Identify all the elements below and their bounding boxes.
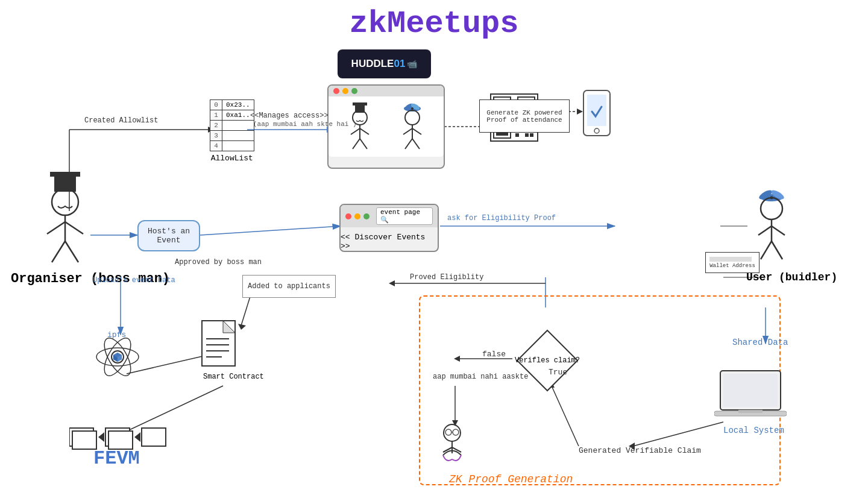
allowlist: 00x23.. 10xa1.. 2 3 4 AllowList xyxy=(210,99,254,163)
organiser-figure xyxy=(29,169,101,280)
approved-label: Approved by boss man xyxy=(175,258,262,266)
svg-line-91 xyxy=(772,226,785,235)
verifies-claim-diamond: Verifles claim? xyxy=(514,327,580,394)
created-allowlist-label: Created Allowlist xyxy=(84,116,158,125)
meditate-figure xyxy=(434,422,470,473)
user-avatar-huddle xyxy=(394,99,430,154)
local-system-icon xyxy=(714,368,787,425)
manages-access-sub: (aap mumbai aah skte hai ) xyxy=(253,121,357,128)
smart-contract-label: Smart Contract xyxy=(203,373,264,381)
svg-marker-16 xyxy=(389,280,395,286)
svg-line-81 xyxy=(65,222,83,234)
svg-point-47 xyxy=(411,107,414,110)
svg-marker-112 xyxy=(134,432,140,442)
svg-rect-36 xyxy=(353,102,367,106)
svg-rect-72 xyxy=(530,133,533,137)
svg-line-43 xyxy=(360,139,367,149)
svg-line-90 xyxy=(758,226,772,235)
user-label: User (buidler) xyxy=(746,271,837,283)
verifiable-claim-label: Generated Verifiable Claim xyxy=(579,446,701,455)
svg-line-41 xyxy=(360,128,369,134)
svg-rect-76 xyxy=(50,172,80,177)
ipfs-icon xyxy=(93,333,142,384)
svg-point-115 xyxy=(444,424,461,441)
local-system-label: Local System xyxy=(723,426,784,435)
svg-rect-108 xyxy=(72,431,96,449)
svg-rect-74 xyxy=(587,95,606,126)
svg-line-93 xyxy=(772,241,782,259)
svg-point-116 xyxy=(445,429,451,435)
svg-line-51 xyxy=(412,128,421,134)
svg-rect-70 xyxy=(515,133,519,137)
wallet-address-box: Wallet Address xyxy=(705,252,760,273)
event-page-browser: event page 🔍 << Discover Events >> xyxy=(339,204,439,252)
svg-point-75 xyxy=(594,128,599,133)
fevm-blocks xyxy=(69,422,226,455)
svg-rect-123 xyxy=(723,374,778,407)
host-event-box: Host's an Event xyxy=(137,220,200,251)
huddle-logo: HUDDLE 01 📹 xyxy=(338,49,431,78)
eligibility-proof-label: ask for Eligibility Proof xyxy=(447,214,556,222)
svg-line-92 xyxy=(761,241,772,259)
ipfs-label: ipfs xyxy=(107,330,126,339)
svg-line-52 xyxy=(405,139,412,149)
svg-line-82 xyxy=(52,241,65,262)
svg-rect-113 xyxy=(142,428,166,446)
false-label: false xyxy=(482,350,506,359)
svg-marker-109 xyxy=(98,432,104,442)
svg-line-50 xyxy=(403,128,412,134)
svg-point-78 xyxy=(52,189,78,215)
added-applicants-box: Added to applicants xyxy=(242,275,336,298)
smart-contract-icon xyxy=(199,320,241,374)
svg-rect-125 xyxy=(738,410,763,413)
shared-data-label: Shared Data xyxy=(732,338,788,347)
upload-event-label: Upload's event Data xyxy=(93,276,175,285)
svg-rect-71 xyxy=(525,133,529,137)
generate-zk-box: Generate ZK powered Proof of attendance xyxy=(479,99,570,133)
svg-point-48 xyxy=(405,110,420,125)
allowlist-label: AllowList xyxy=(210,154,254,163)
manages-access-label: <<Manages access>> xyxy=(250,112,329,120)
svg-line-9 xyxy=(200,226,341,235)
svg-point-117 xyxy=(453,429,459,435)
svg-rect-111 xyxy=(108,431,133,449)
svg-line-40 xyxy=(351,128,360,134)
proved-eligibility-label: Proved Eligiblity xyxy=(410,273,483,282)
false-message: aap mumbai nahi aaskte xyxy=(433,373,528,381)
svg-line-53 xyxy=(412,139,420,149)
svg-line-80 xyxy=(47,222,65,234)
phone-icon xyxy=(579,87,615,145)
fevm-label: FEVM xyxy=(93,447,140,470)
page-title: zkMeetups xyxy=(350,6,519,42)
svg-line-83 xyxy=(65,241,78,262)
zk-proof-label: ZK Proof Generation xyxy=(449,473,573,485)
svg-line-42 xyxy=(353,139,360,149)
true-label: True xyxy=(549,368,567,377)
